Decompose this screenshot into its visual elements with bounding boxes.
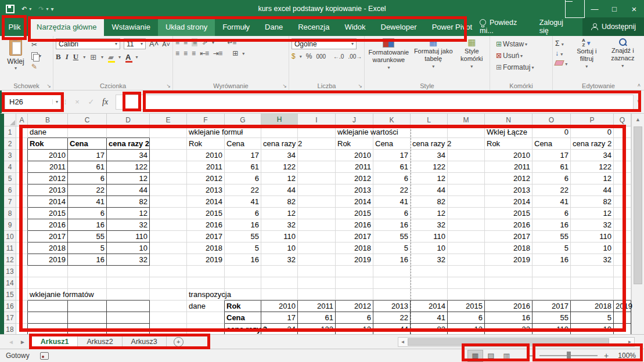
cell-M14[interactable] <box>448 277 485 289</box>
cell-I6[interactable] <box>298 184 336 196</box>
font-dialog-launcher-icon[interactable]: ↘ <box>166 83 171 89</box>
underline-button[interactable]: U <box>73 52 78 61</box>
cell-K18[interactable]: 44 <box>373 324 411 334</box>
cell-K6[interactable]: 22 <box>373 184 411 196</box>
cell-I8[interactable] <box>298 208 336 219</box>
cell-J2[interactable]: Rok <box>336 138 373 150</box>
cell-E11[interactable] <box>150 242 187 254</box>
tell-me-button[interactable]: Powiedz mi... <box>480 19 529 35</box>
cell-M11[interactable] <box>448 242 485 254</box>
cell-B4[interactable]: 2011 <box>28 161 68 173</box>
cell-E6[interactable] <box>150 184 187 196</box>
cell-D8[interactable]: 12 <box>107 208 150 219</box>
cell-K14[interactable] <box>373 277 411 289</box>
cell-J6[interactable]: 2013 <box>336 184 373 196</box>
cell-G9[interactable]: 16 <box>225 219 261 231</box>
merge-dropdown-icon[interactable]: ▾ <box>242 51 244 56</box>
cell-N4[interactable]: 2011 <box>485 161 533 173</box>
cell-H4[interactable]: 122 <box>261 161 298 173</box>
undo-icon[interactable]: ↶ <box>21 5 27 13</box>
align-middle-icon[interactable]: ≡ <box>184 38 187 46</box>
cell-H13[interactable] <box>261 266 298 277</box>
wrap-text-icon[interactable]: ↵≡ <box>227 38 236 46</box>
insert-function-icon[interactable]: fx <box>98 97 112 107</box>
cut-button[interactable]: ✂ <box>31 40 41 49</box>
cell-A1[interactable] <box>16 126 28 138</box>
cell-P14[interactable] <box>571 277 614 289</box>
cell-N8[interactable]: 2015 <box>485 208 533 219</box>
record-macro-icon[interactable] <box>40 352 49 360</box>
cell-C6[interactable]: 22 <box>68 184 107 196</box>
zoom-slider-thumb[interactable] <box>567 352 571 360</box>
collapse-ribbon-icon[interactable]: ˄ <box>638 82 641 88</box>
cell-M13[interactable] <box>448 266 485 277</box>
cell-B6[interactable]: 2013 <box>28 184 68 196</box>
cell-P16[interactable]: 2018 <box>571 301 614 312</box>
cell-P6[interactable]: 44 <box>571 184 614 196</box>
confirm-formula-icon[interactable]: ✓ <box>84 97 98 106</box>
zoom-level-label[interactable]: 100% <box>615 352 636 360</box>
horizontal-scroll-thumb[interactable] <box>408 338 609 346</box>
cell-O3[interactable]: 17 <box>533 150 571 161</box>
zoom-in-icon[interactable]: + <box>603 351 610 360</box>
cell-F9[interactable]: 2016 <box>187 219 225 231</box>
cell-A4[interactable] <box>16 161 28 173</box>
cell-M17[interactable]: 6 <box>448 312 485 324</box>
cell-J12[interactable]: 2019 <box>336 254 373 266</box>
cell-J7[interactable]: 2014 <box>336 196 373 208</box>
cell-C16[interactable] <box>68 301 107 312</box>
cell-H9[interactable]: 32 <box>261 219 298 231</box>
cell-I10[interactable] <box>298 231 336 242</box>
cell-B14[interactable] <box>28 277 68 289</box>
cell-M12[interactable] <box>448 254 485 266</box>
cell-J17[interactable]: 6 <box>336 312 373 324</box>
cell-I2[interactable] <box>298 138 336 150</box>
number-dialog-launcher-icon[interactable]: ↘ <box>358 83 362 89</box>
cell-C9[interactable]: 16 <box>68 219 107 231</box>
increase-decimal-icon[interactable]: ←.0 <box>333 53 344 60</box>
cell-H16[interactable]: 2010 <box>261 301 298 312</box>
cell-C3[interactable]: 17 <box>68 150 107 161</box>
cell-Q15[interactable] <box>614 289 631 301</box>
cell-B18[interactable] <box>28 324 68 334</box>
font-color-icon[interactable]: A <box>125 53 131 61</box>
cell-M9[interactable] <box>448 219 485 231</box>
formula-input[interactable] <box>116 95 634 110</box>
tab-recenzja[interactable]: Recenzja <box>290 17 337 36</box>
cell-A6[interactable] <box>16 184 28 196</box>
cell-P3[interactable]: 34 <box>571 150 614 161</box>
column-header-K[interactable]: K <box>373 114 411 126</box>
comma-style-icon[interactable]: 000 <box>316 53 326 60</box>
cell-H10[interactable]: 110 <box>261 231 298 242</box>
cell-C2[interactable]: Cena <box>68 138 107 150</box>
cell-F10[interactable]: 2017 <box>187 231 225 242</box>
cell-O7[interactable]: 41 <box>533 196 571 208</box>
cell-styles-button[interactable]: ▦ Style komórki▾ <box>456 38 487 71</box>
cell-H6[interactable]: 44 <box>261 184 298 196</box>
cell-F18[interactable] <box>187 324 225 334</box>
column-header-E[interactable]: E <box>150 114 187 126</box>
number-format-select[interactable]: Ogólne▾ <box>292 38 357 49</box>
cell-B10[interactable]: 2017 <box>28 231 68 242</box>
cell-L7[interactable]: 82 <box>411 196 448 208</box>
cell-D17[interactable] <box>107 312 150 324</box>
cell-Q1[interactable] <box>614 126 631 138</box>
cell-B1[interactable]: dane <box>28 126 68 138</box>
cell-N12[interactable]: 2019 <box>485 254 533 266</box>
cell-P11[interactable]: 10 <box>571 242 614 254</box>
cell-P5[interactable]: 12 <box>571 173 614 184</box>
cell-F6[interactable]: 2013 <box>187 184 225 196</box>
cell-K12[interactable]: 16 <box>373 254 411 266</box>
column-header-P[interactable]: P <box>571 114 614 126</box>
row-header-10[interactable]: 10 <box>4 231 16 242</box>
column-header-L[interactable]: L <box>411 114 448 126</box>
cell-M15[interactable] <box>448 289 485 301</box>
minimize-button[interactable]: — <box>585 0 605 17</box>
cell-C14[interactable] <box>68 277 107 289</box>
cell-A15[interactable] <box>16 289 28 301</box>
bold-button[interactable]: B <box>56 52 61 61</box>
cell-D3[interactable]: 34 <box>107 150 150 161</box>
currency-icon[interactable]: $ <box>292 52 296 60</box>
scroll-left-icon[interactable]: ◄ <box>398 338 407 346</box>
cell-C18[interactable] <box>68 324 107 334</box>
